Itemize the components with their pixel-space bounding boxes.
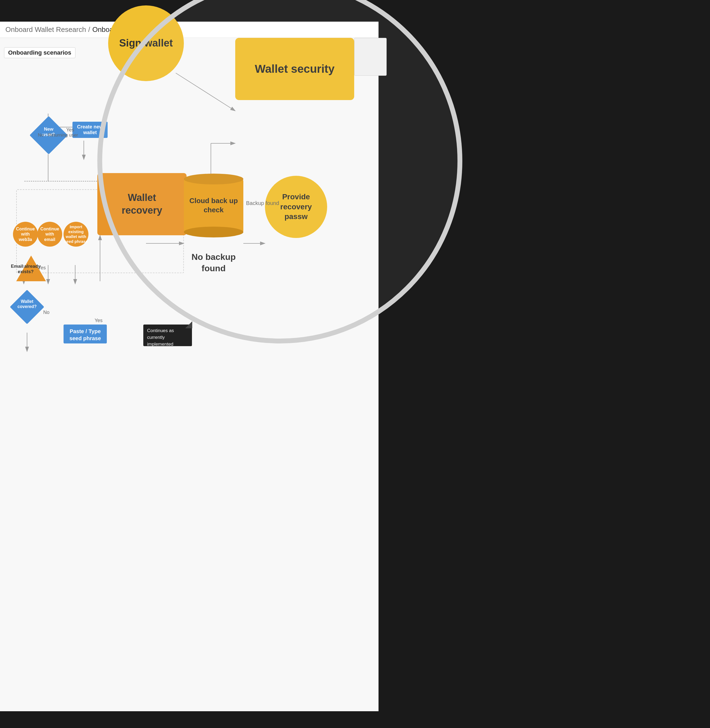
import-wallet-node: Import existing wallet with seed phrase: [63, 222, 88, 247]
cylinder-bottom: [184, 227, 244, 238]
paste-type-node: Paste / Type seed phrase: [63, 324, 107, 343]
wallet-security-node: Wallet security: [235, 38, 354, 100]
email-exists-label: Email already exists?: [11, 264, 41, 275]
continue-web3-node: Continue with web3a: [13, 222, 38, 247]
wallet-recovery-node: Wallet recovery: [97, 173, 186, 235]
yes-label-3: Yes: [95, 318, 103, 323]
header-bar: Onboard Wallet Research / Onboarding 2.0: [0, 22, 378, 38]
breadcrumb-parent: Onboard Wallet Research: [6, 25, 86, 34]
returning-user-label: No - Returning user: [38, 132, 78, 138]
wallet-covered-wrapper: Wallet covered?: [15, 295, 39, 319]
continue-email-node: Continue with email: [37, 222, 62, 247]
sign-wallet-node: Sign wallet: [108, 6, 184, 81]
breadcrumb-separator: /: [88, 25, 90, 34]
continues-implemented-node: Continues as currently implemented: [143, 324, 192, 346]
cloud-backup-label: Cloud back up check: [189, 196, 238, 215]
doc-node-right: [354, 38, 387, 76]
backup-found-label: Backup found: [246, 200, 279, 206]
wallet-covered-label: Wallet covered?: [16, 299, 38, 309]
onboarding-scenarios-tag: Onboarding scenarios: [4, 47, 75, 58]
yes-label-1: Yes: [66, 127, 74, 133]
no-label-1: No: [43, 310, 50, 315]
cylinder-top: [184, 174, 244, 185]
yes-label-2: Yes: [38, 265, 46, 271]
cloud-backup-node: Cloud back up check: [184, 179, 244, 233]
cylinder-body: Cloud back up check: [184, 179, 244, 233]
no-backup-label: No backup found: [184, 251, 244, 274]
provide-recovery-node: Provide recovery passw: [265, 176, 327, 238]
